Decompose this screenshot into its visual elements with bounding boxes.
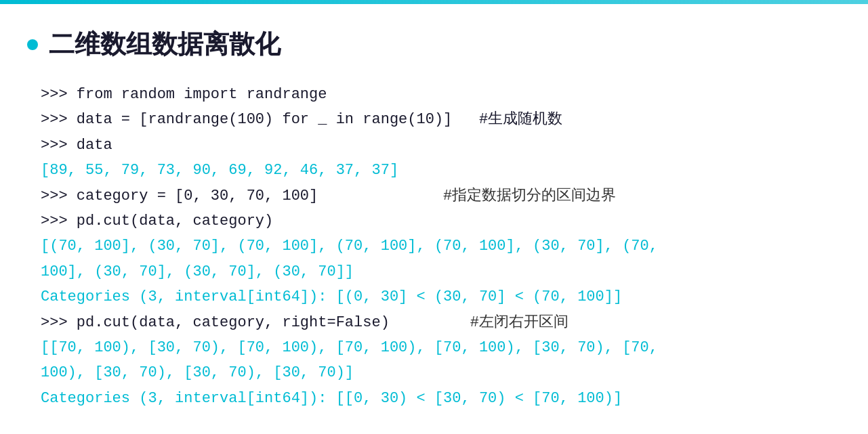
code-line-12: 100), [30, 70), [30, 70), [30, 70)] xyxy=(41,360,841,385)
top-accent-bar xyxy=(0,0,868,4)
section-header: 二维数组数据离散化 xyxy=(27,27,841,62)
code-line-5: >>> category = [0, 30, 70, 100] #指定数据切分的… xyxy=(41,183,841,209)
code-line-7: [(70, 100], (30, 70], (70, 100], (70, 10… xyxy=(41,234,841,259)
code-line-3: >>> data xyxy=(41,133,841,158)
page-container: 二维数组数据离散化 >>> from random import randran… xyxy=(0,0,868,434)
code-block: >>> from random import randrange >>> dat… xyxy=(41,82,841,411)
section-title: 二维数组数据离散化 xyxy=(49,27,281,62)
code-line-2: >>> data = [randrange(100) for _ in rang… xyxy=(41,107,841,132)
code-line-13: Categories (3, interval[int64]): [[0, 30… xyxy=(41,386,841,411)
code-line-9: Categories (3, interval[int64]): [(0, 30… xyxy=(41,284,841,309)
code-line-10: >>> pd.cut(data, category, right=False) … xyxy=(41,310,841,335)
bullet-dot-icon xyxy=(27,39,38,50)
code-line-4: [89, 55, 79, 73, 90, 69, 92, 46, 37, 37] xyxy=(41,158,841,183)
code-line-11: [[70, 100), [30, 70), [70, 100), [70, 10… xyxy=(41,335,841,360)
code-line-1: >>> from random import randrange xyxy=(41,82,841,107)
code-line-6: >>> pd.cut(data, category) xyxy=(41,209,841,234)
code-line-8: 100], (30, 70], (30, 70], (30, 70]] xyxy=(41,259,841,284)
